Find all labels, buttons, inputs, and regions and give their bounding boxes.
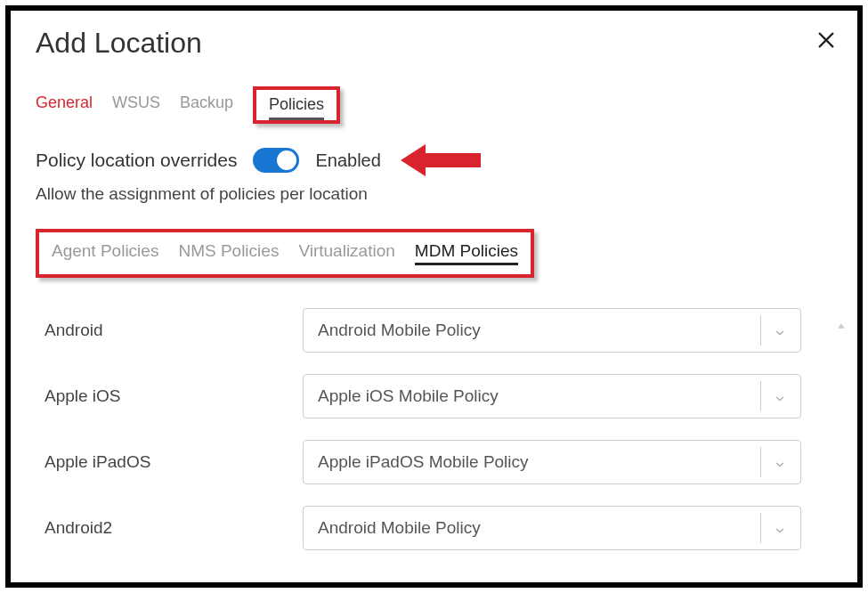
overrides-description: Allow the assignment of policies per loc… (36, 184, 832, 204)
top-tabs: General WSUS Backup Policies (36, 86, 832, 124)
overrides-status: Enabled (315, 150, 380, 171)
select-divider (760, 315, 761, 345)
policy-select-value: Apple iOS Mobile Policy (318, 386, 499, 406)
policy-row-apple-ios: Apple iOS Apple iOS Mobile Policy (36, 374, 832, 418)
tab-policies[interactable]: Policies (269, 95, 324, 113)
annotation-arrow (401, 147, 483, 174)
dialog-frame: Add Location General WSUS Backup Policie… (5, 5, 863, 588)
policy-row-android2: Android2 Android Mobile Policy (36, 506, 832, 550)
subtab-virtualization[interactable]: Virtualization (298, 241, 394, 265)
triangle-up-icon (834, 319, 848, 333)
highlight-box-subtabs: Agent Policies NMS Policies Virtualizati… (36, 229, 534, 278)
highlight-box-policies: Policies (253, 86, 340, 124)
tab-backup[interactable]: Backup (180, 93, 233, 118)
add-location-dialog: Add Location General WSUS Backup Policie… (11, 11, 857, 582)
tab-underline (269, 118, 324, 120)
chevron-down-icon (774, 324, 786, 337)
toggle-knob (277, 150, 296, 170)
select-divider (760, 447, 761, 477)
arrow-shaft (426, 153, 481, 167)
close-button[interactable] (816, 30, 836, 53)
policy-row-android: Android Android Mobile Policy (36, 308, 832, 353)
select-divider (760, 381, 761, 411)
policy-row-apple-ipados: Apple iPadOS Apple iPadOS Mobile Policy (36, 440, 832, 484)
dialog-title: Add Location (36, 27, 832, 60)
chevron-down-icon (774, 456, 786, 468)
policy-select-android2[interactable]: Android Mobile Policy (303, 506, 801, 550)
policy-label: Apple iPadOS (36, 452, 303, 472)
select-divider (760, 513, 761, 543)
tab-general[interactable]: General (36, 93, 93, 118)
policy-rows: Android Android Mobile Policy Apple iOS … (36, 308, 832, 550)
tab-wsus[interactable]: WSUS (112, 93, 160, 118)
policy-label: Android (36, 321, 303, 340)
chevron-down-icon (774, 522, 786, 534)
close-icon (816, 30, 836, 50)
scroll-up-arrow[interactable] (834, 319, 848, 337)
policy-select-apple-ios[interactable]: Apple iOS Mobile Policy (303, 374, 801, 418)
policy-label: Apple iOS (36, 386, 303, 406)
subtab-mdm-policies[interactable]: MDM Policies (415, 241, 518, 265)
chevron-down-icon (774, 390, 786, 402)
arrow-head-icon (401, 144, 426, 176)
overrides-label: Policy location overrides (36, 150, 237, 171)
policy-select-android[interactable]: Android Mobile Policy (303, 308, 801, 353)
overrides-row: Policy location overrides Enabled (36, 147, 832, 174)
subtab-nms-policies[interactable]: NMS Policies (178, 241, 279, 265)
overrides-toggle[interactable] (253, 148, 299, 173)
policy-label: Android2 (36, 518, 303, 538)
policy-select-value: Android Mobile Policy (318, 518, 481, 538)
policy-select-value: Apple iPadOS Mobile Policy (318, 452, 529, 472)
subtab-agent-policies[interactable]: Agent Policies (52, 241, 158, 265)
policy-select-value: Android Mobile Policy (318, 321, 481, 340)
policy-select-apple-ipados[interactable]: Apple iPadOS Mobile Policy (303, 440, 801, 484)
